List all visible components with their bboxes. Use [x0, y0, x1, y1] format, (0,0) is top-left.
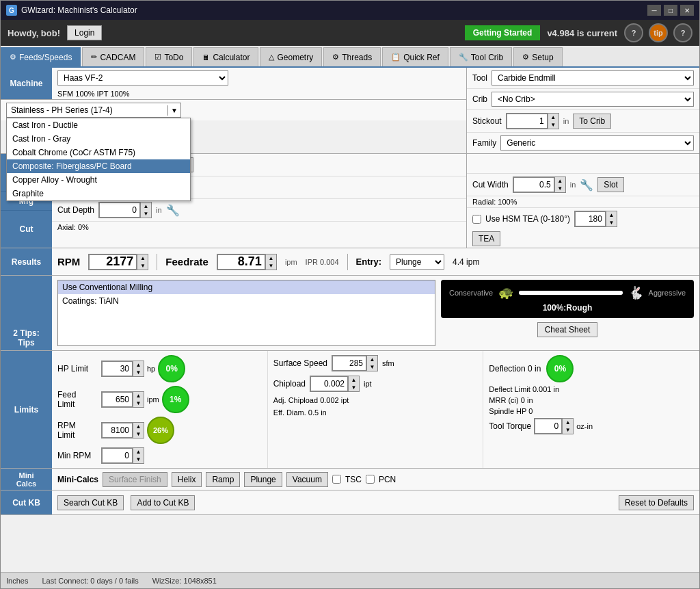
feedrate-down[interactable]: ▼: [265, 262, 276, 270]
material-item-0[interactable]: Cast Iron - Ductile: [7, 118, 190, 132]
cheat-sheet-button[interactable]: Cheat Sheet: [537, 322, 598, 337]
tab-threads[interactable]: ⚙ Threads: [323, 47, 381, 66]
cut-width-up[interactable]: ▲: [554, 177, 565, 185]
feedrate-spinner[interactable]: ▲ ▼: [217, 254, 277, 270]
entry-select[interactable]: Plunge Ramp: [390, 254, 444, 270]
hp-limit-input[interactable]: [102, 361, 133, 376]
cut-width-spinner[interactable]: ▲ ▼: [513, 176, 566, 193]
tip-icon[interactable]: tip: [649, 23, 668, 42]
feed-up[interactable]: ▲: [133, 392, 144, 400]
cut-width-icon[interactable]: 🔧: [580, 179, 593, 192]
surface-finish-button[interactable]: Surface Finish: [103, 472, 167, 487]
min-rpm-up[interactable]: ▲: [133, 448, 144, 456]
material-item-2[interactable]: Cobalt Chrome (CoCr ASTM F75): [7, 146, 190, 159]
tab-quick-ref[interactable]: 📋 Quick Ref: [382, 47, 448, 66]
rpm-input[interactable]: [89, 254, 137, 270]
hsm-spinner[interactable]: ▲ ▼: [574, 211, 617, 227]
family-select[interactable]: Generic: [500, 135, 694, 150]
helix-button[interactable]: Helix: [172, 472, 202, 487]
ss-down[interactable]: ▼: [366, 363, 377, 371]
close-button[interactable]: ✕: [680, 5, 694, 16]
help-icon[interactable]: ?: [624, 23, 643, 42]
tab-cadcam[interactable]: ✏ CADCAM: [82, 47, 144, 66]
speed-slider[interactable]: [519, 291, 622, 295]
tab-calculator[interactable]: 🖩 Calculator: [193, 47, 258, 66]
feedrate-up[interactable]: ▲: [265, 254, 276, 262]
material-item-4[interactable]: Copper Alloy - Wrought: [7, 173, 190, 187]
rpm-up[interactable]: ▲: [137, 254, 148, 262]
rpm-down[interactable]: ▼: [137, 262, 148, 270]
cut-depth-up[interactable]: ▲: [140, 202, 151, 210]
hsm-down[interactable]: ▼: [606, 219, 617, 226]
hsm-up[interactable]: ▲: [606, 211, 617, 219]
getting-started-button[interactable]: Getting Started: [465, 25, 541, 40]
stickout-input[interactable]: [507, 114, 548, 129]
cut-width-down[interactable]: ▼: [554, 185, 565, 192]
slot-button[interactable]: Slot: [597, 177, 624, 192]
chipload-spinner[interactable]: ▲ ▼: [310, 376, 360, 392]
tab-todo[interactable]: ☑ ToDo: [146, 47, 192, 66]
tt-up[interactable]: ▲: [562, 419, 573, 426]
cut-depth-input[interactable]: [99, 202, 140, 218]
material-item-1[interactable]: Cast Iron - Gray: [7, 132, 190, 146]
tab-setup[interactable]: ⚙ Setup: [513, 47, 562, 66]
stickout-up[interactable]: ▲: [548, 114, 558, 121]
minimize-button[interactable]: ─: [647, 5, 661, 16]
chipload-input[interactable]: [310, 376, 348, 391]
rpm-limit-up[interactable]: ▲: [133, 423, 144, 430]
tool-type-select[interactable]: Carbide Endmill HSS Endmill Drill: [492, 70, 694, 86]
hp-limit-spinner[interactable]: ▲ ▼: [101, 361, 144, 377]
plunge-button[interactable]: Plunge: [244, 472, 282, 487]
cl-down[interactable]: ▼: [348, 384, 359, 391]
feed-limit-spinner[interactable]: ▲ ▼: [101, 391, 144, 408]
min-rpm-down[interactable]: ▼: [133, 456, 144, 463]
min-rpm-input[interactable]: [102, 448, 133, 463]
material-item-5[interactable]: Graphite: [7, 187, 190, 200]
tt-down[interactable]: ▼: [562, 426, 573, 434]
hsm-checkbox[interactable]: [472, 215, 481, 224]
material-dropdown-arrow[interactable]: ▼: [167, 105, 180, 116]
material-item-3[interactable]: Composite: Fiberglass/PC Board: [7, 159, 190, 173]
hsm-input[interactable]: [575, 211, 606, 226]
search-cut-kb-button[interactable]: Search Cut KB: [57, 495, 124, 510]
vacuum-button[interactable]: Vacuum: [286, 472, 328, 487]
tab-geometry[interactable]: △ Geometry: [260, 47, 322, 66]
tsc-checkbox[interactable]: [332, 475, 341, 484]
feedrate-input[interactable]: [217, 254, 265, 270]
crib-select[interactable]: <No Crib>: [492, 92, 694, 107]
surface-speed-input[interactable]: [332, 356, 366, 371]
cut-depth-down[interactable]: ▼: [140, 210, 151, 218]
cut-width-input[interactable]: [513, 177, 554, 192]
surface-speed-spinner[interactable]: ▲ ▼: [332, 355, 378, 371]
feed-down[interactable]: ▼: [133, 400, 144, 407]
rpm-limit-input[interactable]: [102, 423, 133, 438]
material-select-display[interactable]: Stainless - PH Series (17-4) ▼: [6, 103, 181, 118]
add-to-cut-kb-button[interactable]: Add to Cut KB: [131, 495, 195, 510]
tool-torque-spinner[interactable]: ▲ ▼: [534, 418, 574, 434]
reset-to-defaults-button[interactable]: Reset to Defaults: [619, 495, 694, 510]
cut-depth-icon[interactable]: 🔧: [166, 204, 180, 217]
cl-up[interactable]: ▲: [348, 376, 359, 384]
stickout-down[interactable]: ▼: [548, 121, 558, 129]
to-crib-button[interactable]: To Crib: [573, 114, 611, 129]
machine-select[interactable]: Haas VF-2 Haas Mini Mill Tormach 770: [57, 70, 228, 86]
stickout-spinner[interactable]: ▲ ▼: [506, 113, 559, 129]
tab-feeds-speeds[interactable]: ⚙ Feeds/Speeds: [1, 47, 81, 66]
pcn-checkbox[interactable]: [366, 475, 375, 484]
cut-depth-spinner[interactable]: ▲ ▼: [98, 202, 152, 218]
tea-button[interactable]: TEA: [472, 231, 500, 246]
rpm-limit-down[interactable]: ▼: [133, 430, 144, 438]
rpm-limit-spinner[interactable]: ▲ ▼: [101, 422, 144, 439]
hp-down[interactable]: ▼: [133, 369, 144, 376]
maximize-button[interactable]: □: [664, 5, 677, 16]
ss-up[interactable]: ▲: [366, 356, 377, 363]
tool-torque-input[interactable]: [535, 419, 562, 434]
ramp-button[interactable]: Ramp: [206, 472, 240, 487]
feed-limit-input[interactable]: [102, 392, 133, 407]
tab-tool-crib[interactable]: 🔧 Tool Crib: [450, 47, 512, 66]
min-rpm-spinner[interactable]: ▲ ▼: [101, 447, 144, 464]
login-button[interactable]: Login: [67, 25, 102, 40]
info-icon[interactable]: ?: [673, 23, 692, 42]
hp-up[interactable]: ▲: [133, 361, 144, 369]
rpm-spinner[interactable]: ▲ ▼: [88, 254, 148, 270]
